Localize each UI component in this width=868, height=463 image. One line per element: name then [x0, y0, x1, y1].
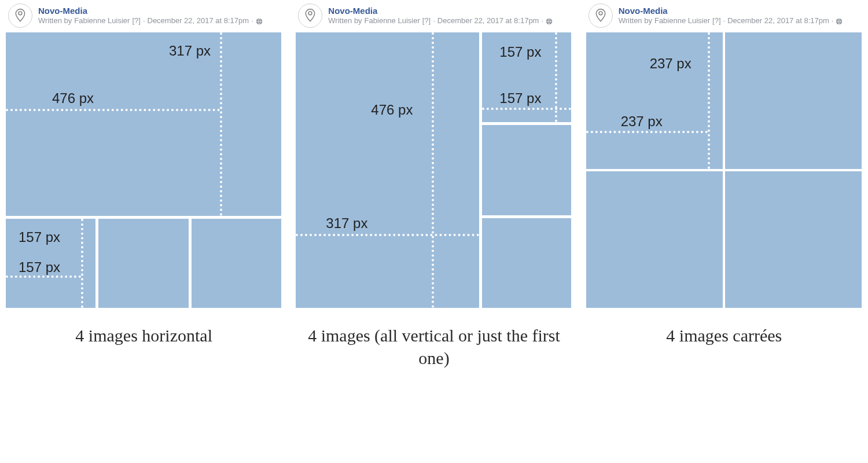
avatar[interactable] [8, 3, 32, 28]
layout-caption: 4 images carrées [586, 324, 862, 347]
byline: Written by Fabienne Luisier [?] · Decemb… [38, 16, 263, 25]
guide-line [6, 275, 81, 278]
dim-main-height: 317 px [169, 43, 211, 59]
separator: · [832, 16, 834, 25]
layout-column-vertical: Novo-Media Written by Fabienne Luisier [… [296, 0, 572, 369]
tile-2 [725, 32, 862, 169]
timestamp: December 22, 2017 at 8:17pm [727, 16, 829, 25]
byline-prefix: Written by [619, 16, 652, 25]
timestamp: December 22, 2017 at 8:17pm [148, 16, 249, 25]
layout-mock-horizontal: 476 px 317 px 157 px 157 px [6, 32, 281, 308]
byline-prefix: Written by [328, 16, 362, 25]
tile-4 [725, 171, 862, 308]
logo-pin-icon [593, 8, 609, 24]
layout-mock-vertical: 476 px 317 px 157 px 157 px [296, 32, 571, 308]
tile-main [6, 32, 281, 216]
svg-point-2 [308, 12, 312, 15]
layout-column-square: Novo-Media Written by Fabienne Luisier [… [586, 0, 862, 369]
guide-line [432, 32, 434, 308]
byline-prefix: Written by [38, 16, 72, 25]
guide-line [586, 131, 708, 133]
layout-caption: 4 images horizontal [6, 324, 282, 347]
tile-main [296, 32, 479, 308]
dim-square-width: 237 px [621, 113, 663, 130]
author-badge: [?] [712, 16, 720, 25]
svg-point-0 [19, 12, 22, 15]
separator: · [723, 16, 726, 25]
avatar[interactable] [589, 3, 613, 28]
guide-line [81, 219, 83, 308]
logo-pin-icon [12, 8, 28, 24]
layout-column-horizontal: Novo-Media Written by Fabienne Luisier [… [6, 0, 282, 369]
dim-thumb-height: 157 px [499, 44, 541, 60]
guide-line [708, 32, 710, 169]
dim-thumb-width: 157 px [19, 259, 60, 275]
author-link[interactable]: Fabienne Luisier [74, 16, 130, 25]
logo-pin-icon [302, 8, 318, 24]
page-name-link[interactable]: Novo-Media [619, 6, 843, 17]
post-header: Novo-Media Written by Fabienne Luisier [… [586, 0, 862, 32]
tile-1 [586, 32, 723, 169]
guide-line [296, 234, 479, 236]
tile-thumb-2 [98, 219, 189, 308]
byline: Written by Fabienne Luisier [?] · Decemb… [328, 16, 553, 25]
author-badge: [?] [132, 16, 140, 25]
tile-3 [586, 171, 723, 308]
post-header: Novo-Media Written by Fabienne Luisier [… [296, 0, 572, 32]
timestamp: December 22, 2017 at 8:17pm [437, 16, 539, 25]
tile-thumb-3 [192, 219, 281, 308]
separator: · [433, 16, 435, 25]
guide-line [220, 32, 222, 216]
author-badge: [?] [422, 16, 431, 25]
layout-mock-square: 237 px 237 px [586, 32, 862, 308]
dim-main-width: 317 px [326, 215, 367, 232]
page-name-link[interactable]: Novo-Media [328, 6, 553, 17]
separator: · [251, 16, 253, 25]
layout-caption: 4 images (all vertical or just the first… [296, 324, 572, 369]
globe-icon [836, 16, 843, 25]
guide-line [482, 108, 571, 110]
dim-thumb-height: 157 px [19, 229, 60, 245]
globe-icon [546, 16, 553, 25]
dim-thumb-width: 157 px [499, 90, 541, 106]
guide-line [555, 32, 557, 122]
byline: Written by Fabienne Luisier [?] · Decemb… [619, 16, 843, 25]
separator: · [541, 16, 543, 25]
dim-main-width: 476 px [52, 90, 94, 106]
author-link[interactable]: Fabienne Luisier [654, 16, 710, 25]
tile-thumb-2 [482, 125, 571, 215]
author-link[interactable]: Fabienne Luisier [365, 16, 420, 25]
avatar[interactable] [298, 3, 322, 28]
dim-main-height: 476 px [371, 102, 413, 118]
guide-line [6, 109, 220, 111]
svg-point-4 [599, 12, 602, 15]
tile-thumb-3 [482, 218, 571, 308]
globe-icon [256, 16, 263, 25]
post-header: Novo-Media Written by Fabienne Luisier [… [6, 0, 282, 32]
dim-square-height: 237 px [650, 56, 692, 72]
separator: · [143, 16, 145, 25]
page-name-link[interactable]: Novo-Media [38, 6, 263, 17]
